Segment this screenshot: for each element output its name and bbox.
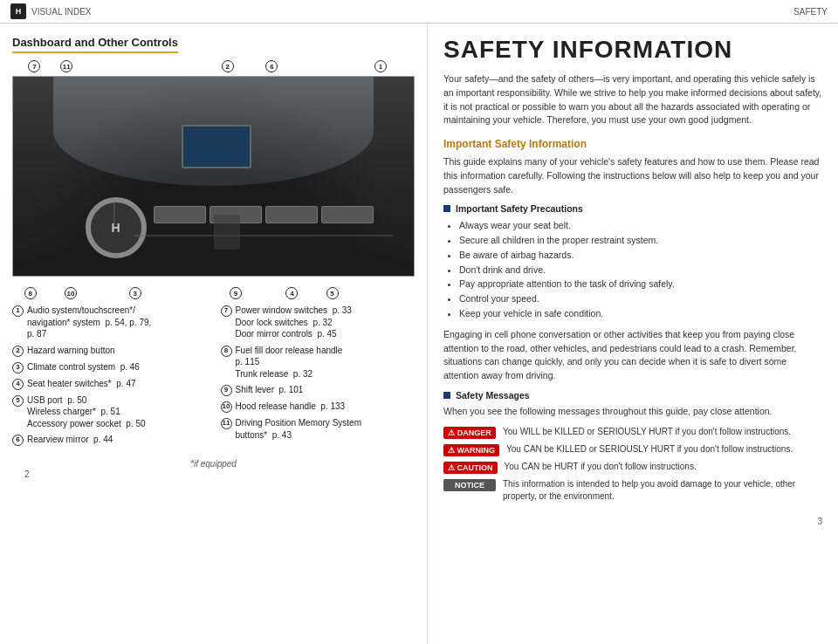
subsection-intro: This guide explains many of your vehicle… xyxy=(443,155,822,196)
legend-text-11: Driving Position Memory Systembuttons* p… xyxy=(236,417,361,441)
visual-index-label: VISUAL INDEX xyxy=(31,7,92,17)
bullet-6: Control your speed. xyxy=(459,291,822,306)
safety-main-title: SAFETY INFORMATION xyxy=(443,36,822,64)
bullet-7: Keep your vehicle in safe condition. xyxy=(459,306,822,321)
bullet-1: Always wear your seat belt. xyxy=(459,218,822,233)
safety-messages-intro: When you see the following messages thro… xyxy=(443,405,822,419)
safety-intro-text: Your safety—and the safety of others—is … xyxy=(443,72,822,127)
notice-notice: NOTICE This information is intended to h… xyxy=(443,478,822,503)
bullet-4: Don't drink and drive. xyxy=(459,263,822,277)
legend-text-7: Power window switches p. 33Door lock swi… xyxy=(236,305,352,340)
bullet-2: Secure all children in the proper restra… xyxy=(459,233,822,248)
blue-square-icon-2 xyxy=(443,392,450,399)
legend-text-4: Seat heater switches* p. 47 xyxy=(27,378,136,390)
safety-label: SAFETY xyxy=(793,7,828,17)
precautions-para: Engaging in cell phone conversation or o… xyxy=(443,328,822,383)
top-bar: H VISUAL INDEX SAFETY xyxy=(0,0,838,24)
legend-item-5: 5 USB port p. 50Wireless charger* p. 51A… xyxy=(12,394,207,430)
dashboard-photo xyxy=(12,76,415,277)
legend-item-4: 4 Seat heater switches* p. 47 xyxy=(12,378,207,390)
top-bar-left: H VISUAL INDEX xyxy=(10,3,92,19)
legend-item-7: 7 Power window switches p. 33Door lock s… xyxy=(221,305,416,340)
subsection-title: Important Safety Information xyxy=(443,138,822,150)
legend-num-8: 8 xyxy=(221,346,232,357)
precautions-list: Always wear your seat belt. Secure all c… xyxy=(459,218,822,321)
callout-10-bot: 10 xyxy=(65,287,77,299)
callout-11: 11 xyxy=(60,60,72,72)
legend-num-2: 2 xyxy=(12,346,24,357)
bullet-3: Be aware of airbag hazards. xyxy=(459,248,822,263)
danger-text: You WILL be KILLED or SERIOUSLY HURT if … xyxy=(503,426,791,438)
legend-num-6: 6 xyxy=(12,435,24,446)
notice-warning: ⚠ WARNING You CAN be KILLED or SERIOUSLY… xyxy=(443,443,822,456)
notice-text: This information is intended to help you… xyxy=(503,478,822,503)
legend-item-3: 3 Climate control system p. 46 xyxy=(12,361,207,373)
legend-text-9: Shift lever p. 101 xyxy=(236,384,304,396)
legend-item-2: 2 Hazard warning button xyxy=(12,345,207,357)
callout-7: 7 xyxy=(28,60,40,72)
legend-num-3: 3 xyxy=(12,362,24,373)
warning-text: You CAN be KILLED or SERIOUSLY HURT if y… xyxy=(506,443,793,456)
notices-container: ⚠ DANGER You WILL be KILLED or SERIOUSLY… xyxy=(443,426,822,503)
precautions-title: Important Safety Precautions xyxy=(456,203,583,214)
main-content: Dashboard and Other Controls 7 11 2 6 1 xyxy=(0,24,838,644)
dashboard-image xyxy=(12,76,415,277)
safety-messages-title: Safety Messages xyxy=(456,390,530,401)
right-panel: SAFETY INFORMATION Your safety—and the s… xyxy=(428,24,838,644)
footer-note: *if equipped xyxy=(12,459,415,469)
honda-logo: H xyxy=(10,3,26,19)
controls-legend: 1 Audio system/touchscreen*/navigation* … xyxy=(12,305,415,450)
legend-text-5: USB port p. 50Wireless charger* p. 51Acc… xyxy=(27,394,146,430)
bottom-number-row: 8 10 3 9 4 5 xyxy=(12,284,415,299)
legend-text-2: Hazard warning button xyxy=(27,345,115,357)
legend-text-3: Climate control system p. 46 xyxy=(27,361,140,373)
notice-badge: NOTICE xyxy=(443,479,496,491)
legend-item-1: 1 Audio system/touchscreen*/navigation* … xyxy=(12,305,207,340)
callout-2: 2 xyxy=(222,60,234,72)
legend-item-8: 8 Fuel fill door release handlep. 115Tru… xyxy=(221,345,416,380)
legend-item-11: 11 Driving Position Memory Systembuttons… xyxy=(221,417,416,441)
legend-num-4: 4 xyxy=(12,379,24,390)
danger-badge: ⚠ DANGER xyxy=(443,427,496,439)
callout-6: 6 xyxy=(265,60,278,72)
legend-num-5: 5 xyxy=(12,395,24,407)
legend-num-9: 9 xyxy=(221,385,232,396)
legend-num-1: 1 xyxy=(12,305,24,317)
legend-item-6: 6 Rearview mirror p. 44 xyxy=(12,434,207,446)
legend-num-10: 10 xyxy=(221,401,232,413)
notice-caution: ⚠ CAUTION You CAN be HURT if you don't f… xyxy=(443,461,822,474)
legend-text-10: Hood release handle p. 133 xyxy=(236,401,346,413)
callout-3-bot: 3 xyxy=(129,287,141,299)
top-number-row: 7 11 2 6 1 xyxy=(12,60,415,76)
bullet-5: Pay appropriate attention to the task of… xyxy=(459,277,822,291)
callout-9-bot: 9 xyxy=(230,287,242,299)
callout-5-bot: 5 xyxy=(326,287,339,299)
blue-square-icon xyxy=(443,205,450,212)
legend-text-1: Audio system/touchscreen*/navigation* sy… xyxy=(27,305,151,340)
notice-danger: ⚠ DANGER You WILL be KILLED or SERIOUSLY… xyxy=(443,426,822,439)
legend-text-6: Rearview mirror p. 44 xyxy=(27,434,113,446)
callout-8-bot: 8 xyxy=(24,287,37,299)
caution-text: You CAN be HURT if you don't follow inst… xyxy=(505,461,697,473)
safety-messages-header-row: Safety Messages xyxy=(443,390,822,401)
legend-item-9: 9 Shift lever p. 101 xyxy=(221,384,416,396)
legend-num-11: 11 xyxy=(221,418,232,429)
left-panel: Dashboard and Other Controls 7 11 2 6 1 xyxy=(0,24,428,644)
page-num-left: 2 xyxy=(24,469,30,479)
legend-item-10: 10 Hood release handle p. 133 xyxy=(221,401,416,413)
legend-text-8: Fuel fill door release handlep. 115Trunk… xyxy=(236,345,343,380)
callout-1: 1 xyxy=(374,60,387,72)
legend-num-7: 7 xyxy=(221,305,232,317)
warning-badge: ⚠ WARNING xyxy=(443,444,499,456)
callout-4-bot: 4 xyxy=(285,287,298,299)
caution-badge: ⚠ CAUTION xyxy=(443,462,498,474)
page-num-right: 3 xyxy=(817,517,822,526)
precautions-header: Important Safety Precautions xyxy=(443,203,822,214)
section-title: Dashboard and Other Controls xyxy=(12,36,178,53)
